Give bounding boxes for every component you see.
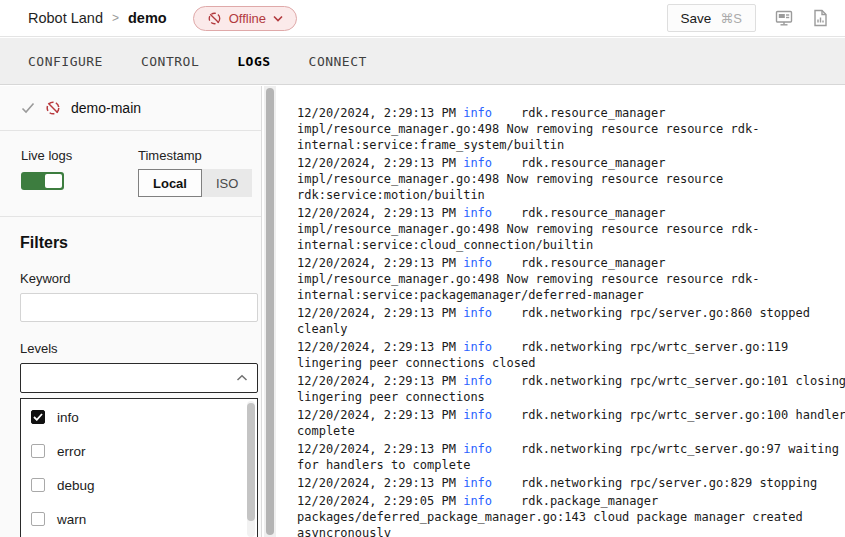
levels-label: Levels: [20, 341, 241, 356]
level-option-label: error: [57, 444, 86, 459]
level-option-debug[interactable]: debug: [21, 469, 257, 501]
log-timestamp: 12/20/2024, 2:29:13 PM: [297, 256, 463, 270]
log-level: info: [463, 206, 492, 220]
timestamp-label: Timestamp: [138, 148, 202, 163]
level-option-warn[interactable]: warn: [21, 503, 257, 535]
level-option-label: debug: [57, 478, 95, 493]
levels-dropdown-list: infoerrordebugwarn: [20, 398, 258, 537]
log-timestamp: 12/20/2024, 2:29:13 PM: [297, 206, 463, 220]
log-entry: 12/20/2024, 2:29:13 PM info rdk.networki…: [297, 475, 845, 491]
breadcrumb-org[interactable]: Robot Land: [28, 10, 103, 26]
offline-status-badge[interactable]: Offline: [193, 6, 297, 31]
breadcrumb: Robot Land > demo: [28, 10, 167, 26]
level-option-label: warn: [57, 512, 86, 527]
log-timestamp: 12/20/2024, 2:29:13 PM: [297, 442, 463, 456]
breadcrumb-machine[interactable]: demo: [128, 10, 167, 26]
chevron-down-icon: [273, 15, 283, 22]
log-timestamp: 12/20/2024, 2:29:13 PM: [297, 476, 463, 490]
levels-options-container: infoerrordebugwarn: [21, 401, 257, 535]
log-controls: Live logs Timestamp LocalISO: [0, 131, 261, 217]
unchecked-checkbox-icon[interactable]: [31, 444, 45, 458]
log-level: info: [463, 340, 492, 354]
log-scrollbar-thumb[interactable]: [266, 88, 274, 535]
toggle-knob: [45, 174, 62, 188]
log-scrollbar[interactable]: [264, 86, 276, 537]
part-name: demo-main: [71, 100, 141, 116]
log-entry: 12/20/2024, 2:29:13 PM info rdk.resource…: [297, 205, 845, 253]
tab-control[interactable]: CONTROL: [141, 50, 199, 73]
log-entry: 12/20/2024, 2:29:13 PM info rdk.resource…: [297, 255, 845, 303]
log-entry: 12/20/2024, 2:29:13 PM info rdk.networki…: [297, 339, 845, 371]
keyword-label: Keyword: [20, 271, 241, 286]
filters-section: Filters Keyword Levels infoerrordebugwar…: [0, 217, 261, 537]
log-level: info: [463, 494, 492, 508]
log-level: info: [463, 374, 492, 388]
save-shortcut-hint: ⌘S: [720, 11, 742, 26]
save-button-label: Save: [681, 11, 712, 26]
breadcrumb-separator: >: [112, 11, 119, 25]
live-logs-toggle[interactable]: [21, 172, 64, 190]
log-level: info: [463, 408, 492, 422]
level-option-info[interactable]: info: [21, 401, 257, 433]
check-icon: [21, 102, 35, 114]
log-list: 12/20/2024, 2:29:13 PM info rdk.resource…: [297, 105, 845, 537]
log-entry: 12/20/2024, 2:29:05 PM info rdk.package_…: [297, 493, 845, 537]
log-level: info: [463, 306, 492, 320]
live-logs-label: Live logs: [21, 148, 72, 163]
log-timestamp: 12/20/2024, 2:29:13 PM: [297, 306, 463, 320]
log-level: info: [463, 442, 492, 456]
timestamp-option-iso[interactable]: ISO: [202, 169, 252, 197]
log-pane: 12/20/2024, 2:29:13 PM info rdk.resource…: [262, 86, 845, 537]
log-entry: 12/20/2024, 2:29:13 PM info rdk.networki…: [297, 373, 845, 405]
part-row-demo-main[interactable]: demo-main: [0, 86, 261, 131]
unchecked-checkbox-icon[interactable]: [31, 512, 45, 526]
log-entry: 12/20/2024, 2:29:13 PM info rdk.resource…: [297, 155, 845, 203]
log-timestamp: 12/20/2024, 2:29:13 PM: [297, 106, 463, 120]
monitor-icon[interactable]: [774, 8, 794, 28]
timestamp-segmented-control: LocalISO: [138, 169, 252, 197]
log-entry: 12/20/2024, 2:29:13 PM info rdk.networki…: [297, 441, 845, 473]
log-entry: 12/20/2024, 2:29:13 PM info rdk.networki…: [297, 407, 845, 439]
log-timestamp: 12/20/2024, 2:29:05 PM: [297, 494, 463, 508]
log-message: rdk.networking rpc/server.go:829 stoppin…: [492, 476, 817, 490]
tab-logs[interactable]: LOGS: [237, 50, 270, 73]
log-timestamp: 12/20/2024, 2:29:13 PM: [297, 374, 463, 388]
tab-connect[interactable]: CONNECT: [309, 50, 367, 73]
levels-select[interactable]: [20, 363, 258, 393]
timestamp-option-local[interactable]: Local: [138, 169, 202, 197]
level-option-label: info: [57, 410, 79, 425]
log-timestamp: 12/20/2024, 2:29:13 PM: [297, 156, 463, 170]
log-level: info: [463, 156, 492, 170]
wifi-off-icon: [45, 100, 61, 116]
log-entry: 12/20/2024, 2:29:13 PM info rdk.networki…: [297, 305, 845, 337]
dropdown-scrollbar-thumb[interactable]: [247, 403, 255, 521]
top-bar: Robot Land > demo Offline Save ⌘S: [0, 0, 845, 37]
save-button[interactable]: Save ⌘S: [667, 4, 756, 32]
level-option-error[interactable]: error: [21, 435, 257, 467]
log-entry: 12/20/2024, 2:29:13 PM info rdk.resource…: [297, 105, 845, 153]
keyword-input[interactable]: [20, 293, 258, 322]
tab-configure[interactable]: CONFIGURE: [28, 50, 103, 73]
log-level: info: [463, 476, 492, 490]
log-timestamp: 12/20/2024, 2:29:13 PM: [297, 408, 463, 422]
document-chart-icon[interactable]: [812, 8, 829, 28]
log-level: info: [463, 106, 492, 120]
filters-heading: Filters: [20, 234, 241, 252]
log-level: info: [463, 256, 492, 270]
checked-checkbox-icon[interactable]: [31, 410, 45, 424]
wifi-off-icon: [207, 11, 222, 26]
main-content: demo-main Live logs Timestamp LocalISO F…: [0, 86, 845, 537]
logs-sidebar: demo-main Live logs Timestamp LocalISO F…: [0, 86, 262, 537]
tab-bar: CONFIGURECONTROLLOGSCONNECT: [0, 38, 845, 85]
offline-status-label: Offline: [229, 11, 266, 26]
dropdown-scrollbar[interactable]: [247, 401, 255, 537]
unchecked-checkbox-icon[interactable]: [31, 478, 45, 492]
log-timestamp: 12/20/2024, 2:29:13 PM: [297, 340, 463, 354]
